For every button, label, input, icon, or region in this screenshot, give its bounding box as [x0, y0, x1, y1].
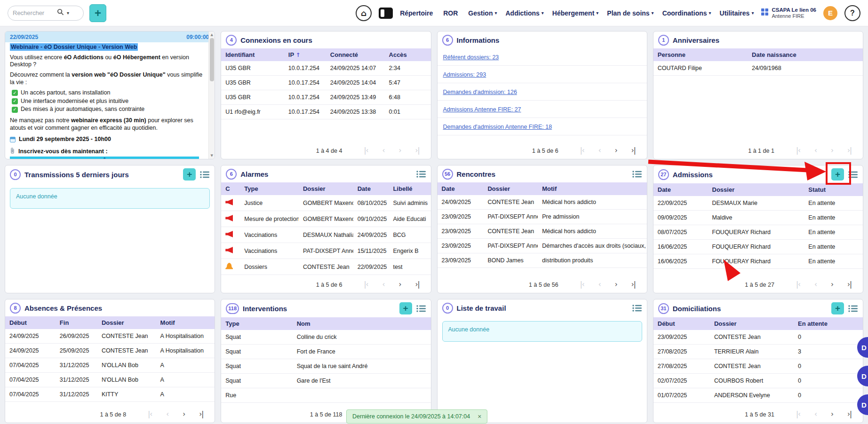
col-date[interactable]: Date	[438, 182, 484, 195]
col-acces[interactable]: Accès	[385, 48, 431, 61]
table-row[interactable]: Squat Colline du crick	[221, 330, 430, 345]
prev-page-button[interactable]: ‹	[814, 281, 817, 288]
menu-item[interactable]: Addictions ▾	[505, 9, 543, 17]
list-icon[interactable]	[848, 305, 858, 313]
col-statut[interactable]: Statut	[804, 183, 863, 196]
next-page-button[interactable]: ›	[831, 281, 833, 288]
last-page-button[interactable]: ›|	[847, 281, 852, 288]
col-debut[interactable]: Début	[653, 317, 710, 330]
search-caret-icon[interactable]: ▾	[67, 10, 69, 16]
table-row[interactable]: 23/09/2025 PAT-DIXSEPT Anne Pre admissio…	[438, 210, 647, 224]
col-en-attente[interactable]: En attente	[794, 317, 863, 330]
col-motif[interactable]: Motif	[156, 316, 215, 329]
add-button[interactable]: +	[183, 168, 196, 181]
info-link[interactable]: Admissions: 293	[443, 71, 486, 78]
list-icon[interactable]	[200, 171, 210, 179]
table-row[interactable]: U35 GBR 10.0.17.254 24/09/2025 14:04 5:4…	[221, 76, 430, 90]
col-type[interactable]: Type	[240, 182, 299, 195]
first-page-button[interactable]: |‹	[796, 281, 800, 288]
close-icon[interactable]: ×	[478, 413, 481, 420]
table-row[interactable]: 09/09/2025 Maldive En attente	[653, 211, 863, 225]
next-page-button[interactable]: ›	[615, 147, 617, 154]
col-personne[interactable]: Personne	[653, 48, 748, 61]
col-ip[interactable]: IP ↑	[284, 48, 326, 61]
table-row[interactable]: 07/04/2025 31/12/2025 N'OLLAN Bob A	[5, 373, 215, 387]
table-row[interactable]: 24/09/2025 25/09/2025 CONTESTE Jean A Ho…	[5, 344, 215, 358]
search-icon[interactable]	[57, 8, 64, 17]
table-row[interactable]: Dossiers CONTESTE Jean 22/09/2025 test	[221, 259, 430, 275]
list-icon[interactable]	[632, 170, 642, 178]
news-scrollbar[interactable]: ▲ ▼	[208, 31, 215, 159]
info-link[interactable]: Demandes d'admission Antenne FIRE: 18	[443, 124, 552, 130]
col-nom[interactable]: Nom	[293, 317, 431, 330]
table-row[interactable]: U35 GBR 10.0.17.254 24/09/2025 13:49 6:4…	[221, 90, 430, 105]
table-row[interactable]: 01/07/2025 ANDERSON Evelyne 0	[653, 388, 863, 403]
col-date[interactable]: Date	[653, 183, 708, 196]
table-row[interactable]: 16/06/2025 FOUQUERAY Richard En attente	[653, 240, 863, 254]
table-row[interactable]: Vaccinations PAT-DIXSEPT Anne 15/11/2025…	[221, 243, 430, 259]
prev-page-button[interactable]: ‹	[166, 411, 168, 418]
col-identifiant[interactable]: Identifiant	[221, 48, 284, 61]
next-page-button[interactable]: ›	[831, 411, 833, 418]
list-item[interactable]: Admissions Antenne FIRE: 27	[438, 101, 647, 118]
list-item[interactable]: Référent dossiers: 23	[438, 48, 647, 66]
table-row[interactable]: 16/06/2025 FOUQUERAY Richard En attente	[653, 254, 863, 269]
col-date[interactable]: Date	[353, 182, 389, 195]
col-dossier[interactable]: Dossier	[299, 182, 353, 195]
info-link[interactable]: Admissions Antenne FIRE: 27	[443, 106, 521, 113]
table-row[interactable]: Squat Squat de la rue saint André	[221, 359, 430, 374]
menu-item[interactable]: Hébergement ▾	[552, 9, 599, 17]
next-page-button[interactable]: ›	[831, 147, 833, 154]
prev-page-button[interactable]: ‹	[598, 281, 601, 288]
col-dossier[interactable]: Dossier	[708, 183, 804, 196]
add-button[interactable]: +	[399, 302, 412, 314]
first-page-button[interactable]: |‹	[796, 147, 800, 154]
first-page-button[interactable]: |‹	[580, 281, 584, 288]
last-page-button[interactable]: ›|	[631, 281, 636, 288]
user-avatar[interactable]: E	[823, 6, 837, 20]
next-page-button[interactable]: ›	[398, 281, 401, 288]
table-row[interactable]: Rue	[221, 388, 430, 403]
last-page-button[interactable]: ›|	[199, 411, 203, 418]
table-row[interactable]: 23/09/2025 PAT-DIXSEPT Anne Démarches d'…	[438, 239, 647, 253]
add-button[interactable]: +	[831, 302, 844, 314]
menu-item[interactable]: Utilitaires ▾	[720, 9, 754, 17]
table-row[interactable]: 23/09/2025 CONTESTE Jean 0	[653, 330, 863, 345]
col-connecte[interactable]: Connecté	[326, 48, 385, 61]
list-item[interactable]: Demandes d'admission: 126	[438, 83, 647, 101]
table-row[interactable]: Squat Gare de l'Est	[221, 374, 430, 388]
last-page-button[interactable]: ›|	[847, 411, 852, 418]
list-item[interactable]: Admissions: 293	[438, 66, 647, 83]
add-admission-button[interactable]: +	[831, 168, 844, 181]
table-row[interactable]: Justice GOMBERT Maxence 08/10/2025 Suivi…	[221, 195, 430, 211]
next-page-button[interactable]: ›	[183, 411, 185, 418]
sidebar-toggle-icon[interactable]	[379, 8, 393, 19]
scroll-down-banner[interactable]: ⇩	[10, 157, 199, 160]
last-page-button[interactable]: ›|	[631, 147, 636, 154]
menu-item[interactable]: Coordinations ▾	[662, 9, 711, 17]
table-row[interactable]: Vaccinations DESMAUX Nathalia 24/09/2025…	[221, 227, 430, 243]
scrollbar-thumb[interactable]	[210, 38, 214, 81]
search-input[interactable]	[13, 9, 54, 16]
col-date-naissance[interactable]: Date naissance	[748, 48, 863, 61]
first-page-button[interactable]: |‹	[796, 411, 800, 418]
next-page-button[interactable]: ›	[398, 147, 401, 154]
col-dossier[interactable]: Dossier	[483, 182, 538, 195]
col-fin[interactable]: Fin	[56, 316, 97, 329]
quick-add-button[interactable]: +	[89, 4, 106, 22]
list-icon[interactable]	[632, 304, 642, 312]
last-page-button[interactable]: ›|	[847, 147, 852, 154]
scroll-down-icon[interactable]: ▼	[211, 152, 213, 159]
prev-page-button[interactable]: ‹	[598, 147, 601, 154]
table-row[interactable]: 22/09/2025 DESMAUX Marie En attente	[653, 196, 863, 211]
first-page-button[interactable]: |‹	[580, 147, 584, 154]
list-icon[interactable]	[416, 170, 426, 178]
table-row[interactable]: 08/07/2025 FOUQUERAY Richard En attente	[653, 225, 863, 240]
first-page-button[interactable]: |‹	[148, 411, 152, 418]
first-page-button[interactable]: |‹	[364, 147, 368, 154]
menu-item[interactable]: ROR	[443, 9, 460, 17]
info-link[interactable]: Demandes d'admission: 126	[443, 89, 517, 95]
table-row[interactable]: U1 rfo@eig.fr 10.0.17.254 24/09/2025 13:…	[221, 105, 430, 119]
col-debut[interactable]: Début	[5, 316, 56, 329]
menu-item[interactable]: Plan de soins ▾	[607, 9, 653, 17]
